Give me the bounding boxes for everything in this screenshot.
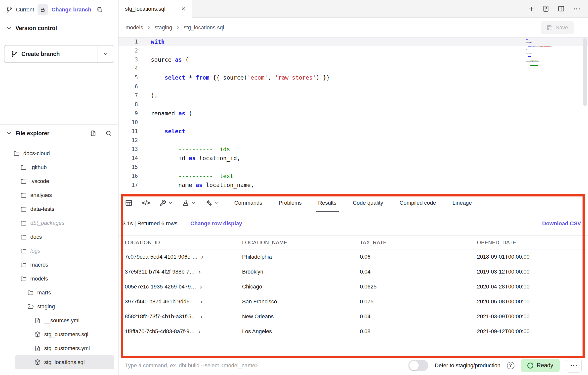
code-line[interactable]: 11 select: [119, 127, 588, 136]
chevron-down-icon[interactable]: [6, 25, 12, 31]
new-tab-icon[interactable]: +: [529, 4, 534, 13]
line-number: 14: [119, 154, 138, 163]
query-status-text: 3.1s | Returned 6 rows.: [123, 220, 179, 227]
version-control-title: Version control: [15, 25, 57, 32]
tree-item-label: __sources.yml: [44, 317, 80, 324]
tree-item-docs-cloud[interactable]: docs-cloud: [0, 146, 114, 160]
tab-stg-locations-sql[interactable]: stg_locations.sql ×: [119, 0, 192, 18]
close-tab-icon[interactable]: ×: [181, 5, 185, 12]
help-icon[interactable]: ?: [507, 362, 514, 369]
tree-item-stg_locations.sql[interactable]: stg_locations.sql: [15, 355, 114, 369]
expand-row-chevron-icon[interactable]: ›: [198, 328, 201, 335]
line-number: 1: [119, 37, 138, 46]
preview-table-icon[interactable]: [125, 199, 132, 207]
tree-item-.vscode[interactable]: .vscode: [0, 174, 114, 188]
code-line[interactable]: 5 select * from {{ source('ecom', 'raw_s…: [119, 73, 588, 82]
tree-item-data-tests[interactable]: data-tests: [0, 202, 114, 216]
status-ready-badge[interactable]: Ready: [521, 359, 560, 372]
more-options-icon[interactable]: ⋯: [573, 5, 581, 12]
save-button[interactable]: Save: [541, 21, 574, 34]
expand-row-chevron-icon[interactable]: ›: [200, 283, 202, 290]
code-text: [138, 46, 151, 55]
create-branch-dropdown-button[interactable]: [97, 46, 114, 62]
panel-tab-code-quality[interactable]: Code quality: [353, 194, 383, 212]
code-line[interactable]: 12: [119, 136, 588, 145]
code-line[interactable]: 1with: [119, 37, 588, 46]
ready-circle-icon: [527, 363, 533, 369]
change-row-display-link[interactable]: Change row display: [190, 220, 242, 227]
tree-item-label: stg_customers.sql: [44, 331, 88, 338]
code-editor[interactable]: 1with23source as (45 select * from {{ so…: [119, 37, 588, 194]
expand-row-chevron-icon[interactable]: ›: [198, 268, 201, 275]
panel-tab-results[interactable]: Results: [318, 194, 336, 212]
version-control-header: Version control: [0, 19, 118, 37]
code-line[interactable]: 13 ---------- ids: [119, 145, 588, 154]
line-number: 6: [119, 82, 138, 91]
minimap[interactable]: [526, 39, 559, 68]
expand-row-chevron-icon[interactable]: ›: [201, 253, 204, 260]
format-sparkles-button[interactable]: [205, 199, 218, 206]
column-header-tax_rate: TAX_RATE: [354, 236, 471, 249]
tree-item-stg_customers.sql[interactable]: stg_customers.sql: [0, 328, 114, 341]
download-csv-link[interactable]: Download CSV: [542, 220, 581, 227]
test-flask-button[interactable]: [182, 199, 196, 206]
chevron-down-icon[interactable]: [6, 130, 12, 136]
code-line[interactable]: 14 id as location_id,: [119, 154, 588, 163]
expand-row-chevron-icon[interactable]: ›: [200, 313, 203, 320]
tree-item-models[interactable]: models: [0, 272, 114, 286]
more-button[interactable]: ⋯: [566, 359, 582, 373]
column-header-location_name: LOCATION_NAME: [236, 236, 354, 249]
file-icon: [34, 317, 41, 324]
defer-toggle[interactable]: [408, 360, 428, 371]
tree-item-__sources.yml[interactable]: __sources.yml: [0, 314, 114, 328]
code-line[interactable]: 6: [119, 82, 588, 91]
panel-tab-lineage[interactable]: Lineage: [453, 194, 472, 212]
copy-branch-icon[interactable]: [96, 6, 103, 13]
tree-item-macros[interactable]: macros: [0, 258, 114, 272]
tree-item-.github[interactable]: .github: [0, 160, 114, 174]
notebook-icon[interactable]: [542, 5, 549, 12]
compile-code-icon[interactable]: </>: [142, 199, 150, 206]
split-editor-icon[interactable]: [558, 5, 565, 12]
file-icon: [34, 345, 41, 352]
code-line[interactable]: 16 ---------- text: [119, 172, 588, 181]
expand-row-chevron-icon[interactable]: ›: [200, 298, 203, 305]
cell-tax-rate: 0.04: [354, 309, 471, 324]
cell-opened-date: 2021-09-12T00:00:00: [471, 324, 588, 339]
command-input[interactable]: [125, 362, 402, 369]
code-line[interactable]: 2: [119, 46, 588, 55]
create-branch-button[interactable]: Create branch: [4, 46, 97, 62]
file-explorer-header: File explorer: [0, 125, 118, 142]
code-line[interactable]: 17 name as location_name,: [119, 181, 588, 189]
code-line[interactable]: 8: [119, 100, 588, 109]
tree-item-analyses[interactable]: analyses: [0, 188, 114, 202]
cell-location-id: 3977f440-b87d-461b-9dd6-…›: [125, 294, 236, 309]
code-line[interactable]: 10: [119, 118, 588, 127]
code-line[interactable]: 4: [119, 64, 588, 73]
code-line[interactable]: 9renamed as (: [119, 109, 588, 118]
change-branch-link[interactable]: Change branch: [51, 6, 91, 13]
tree-item-staging[interactable]: staging: [0, 300, 114, 314]
tree-item-logs[interactable]: logs: [0, 244, 114, 258]
new-file-icon[interactable]: [90, 130, 96, 137]
panel-tab-compiled-code[interactable]: Compiled code: [400, 194, 436, 212]
line-number: 16: [119, 172, 138, 181]
breadcrumb: models staging stg_locations.sql: [126, 24, 224, 31]
tree-item-label: .vscode: [30, 178, 49, 185]
tree-item-dbt_packages[interactable]: dbt_packages: [0, 216, 114, 230]
chevron-down-icon: [168, 201, 173, 205]
tree-item-label: docs-cloud: [23, 150, 50, 157]
panel-tab-problems[interactable]: Problems: [279, 194, 302, 212]
build-wrench-button[interactable]: [159, 199, 173, 206]
code-line[interactable]: 3source as (: [119, 55, 588, 64]
cell-tax-rate: 0.0625: [354, 279, 471, 294]
tree-item-docs[interactable]: docs: [0, 230, 114, 244]
editor-scrollbar[interactable]: [583, 38, 587, 106]
code-line[interactable]: 15: [119, 163, 588, 172]
tab-title: stg_locations.sql: [125, 6, 166, 12]
tree-item-stg_customers.yml[interactable]: stg_customers.yml: [0, 341, 114, 355]
tree-item-marts[interactable]: marts: [0, 286, 114, 300]
search-icon[interactable]: [105, 130, 112, 137]
panel-tab-commands[interactable]: Commands: [234, 194, 262, 212]
code-line[interactable]: 7),: [119, 91, 588, 100]
